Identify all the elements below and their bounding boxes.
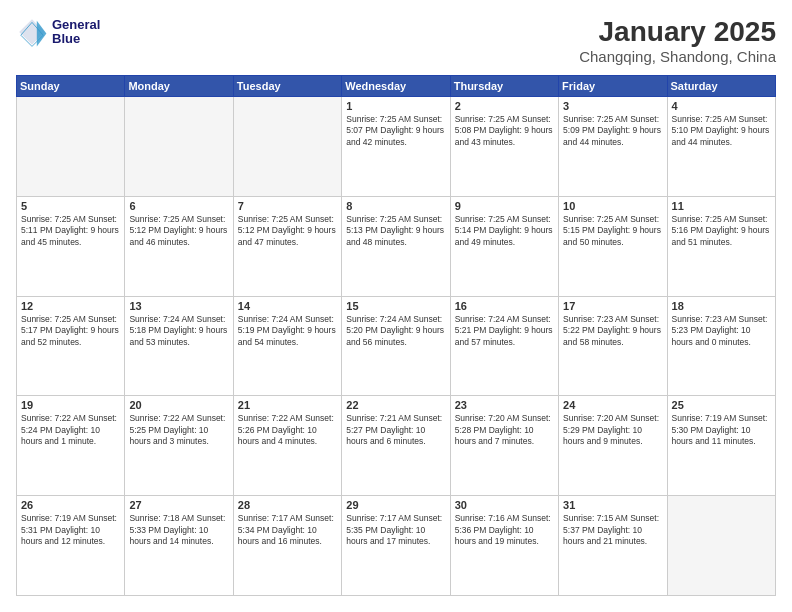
day-number: 26 <box>21 499 120 511</box>
day-number: 18 <box>672 300 771 312</box>
cell-text: Sunrise: 7:25 AM Sunset: 5:17 PM Dayligh… <box>21 314 120 348</box>
calendar: SundayMondayTuesdayWednesdayThursdayFrid… <box>16 75 776 596</box>
calendar-cell <box>233 97 341 197</box>
day-number: 8 <box>346 200 445 212</box>
day-header-friday: Friday <box>559 76 667 97</box>
day-number: 2 <box>455 100 554 112</box>
cell-text: Sunrise: 7:19 AM Sunset: 5:31 PM Dayligh… <box>21 513 120 547</box>
calendar-body: 1Sunrise: 7:25 AM Sunset: 5:07 PM Daylig… <box>17 97 776 596</box>
day-number: 25 <box>672 399 771 411</box>
day-number: 7 <box>238 200 337 212</box>
cell-text: Sunrise: 7:20 AM Sunset: 5:28 PM Dayligh… <box>455 413 554 447</box>
calendar-cell: 20Sunrise: 7:22 AM Sunset: 5:25 PM Dayli… <box>125 396 233 496</box>
day-number: 28 <box>238 499 337 511</box>
calendar-cell: 8Sunrise: 7:25 AM Sunset: 5:13 PM Daylig… <box>342 196 450 296</box>
cell-text: Sunrise: 7:25 AM Sunset: 5:13 PM Dayligh… <box>346 214 445 248</box>
cell-text: Sunrise: 7:23 AM Sunset: 5:23 PM Dayligh… <box>672 314 771 348</box>
header-row: SundayMondayTuesdayWednesdayThursdayFrid… <box>17 76 776 97</box>
day-number: 29 <box>346 499 445 511</box>
week-row-1: 1Sunrise: 7:25 AM Sunset: 5:07 PM Daylig… <box>17 97 776 197</box>
cell-text: Sunrise: 7:24 AM Sunset: 5:18 PM Dayligh… <box>129 314 228 348</box>
calendar-cell: 18Sunrise: 7:23 AM Sunset: 5:23 PM Dayli… <box>667 296 775 396</box>
day-number: 19 <box>21 399 120 411</box>
day-header-saturday: Saturday <box>667 76 775 97</box>
day-header-sunday: Sunday <box>17 76 125 97</box>
cell-text: Sunrise: 7:25 AM Sunset: 5:08 PM Dayligh… <box>455 114 554 148</box>
calendar-cell: 9Sunrise: 7:25 AM Sunset: 5:14 PM Daylig… <box>450 196 558 296</box>
cell-text: Sunrise: 7:25 AM Sunset: 5:15 PM Dayligh… <box>563 214 662 248</box>
day-number: 22 <box>346 399 445 411</box>
cell-text: Sunrise: 7:25 AM Sunset: 5:09 PM Dayligh… <box>563 114 662 148</box>
day-number: 11 <box>672 200 771 212</box>
calendar-cell: 30Sunrise: 7:16 AM Sunset: 5:36 PM Dayli… <box>450 496 558 596</box>
day-number: 30 <box>455 499 554 511</box>
cell-text: Sunrise: 7:23 AM Sunset: 5:22 PM Dayligh… <box>563 314 662 348</box>
calendar-cell: 29Sunrise: 7:17 AM Sunset: 5:35 PM Dayli… <box>342 496 450 596</box>
calendar-cell: 26Sunrise: 7:19 AM Sunset: 5:31 PM Dayli… <box>17 496 125 596</box>
cell-text: Sunrise: 7:17 AM Sunset: 5:35 PM Dayligh… <box>346 513 445 547</box>
calendar-cell <box>667 496 775 596</box>
day-number: 5 <box>21 200 120 212</box>
cell-text: Sunrise: 7:24 AM Sunset: 5:20 PM Dayligh… <box>346 314 445 348</box>
day-number: 9 <box>455 200 554 212</box>
day-number: 4 <box>672 100 771 112</box>
day-number: 20 <box>129 399 228 411</box>
day-number: 14 <box>238 300 337 312</box>
title-block: January 2025 Changqing, Shandong, China <box>579 16 776 65</box>
cell-text: Sunrise: 7:25 AM Sunset: 5:11 PM Dayligh… <box>21 214 120 248</box>
cell-text: Sunrise: 7:18 AM Sunset: 5:33 PM Dayligh… <box>129 513 228 547</box>
day-number: 16 <box>455 300 554 312</box>
month-title: January 2025 <box>579 16 776 48</box>
day-number: 6 <box>129 200 228 212</box>
day-number: 10 <box>563 200 662 212</box>
calendar-cell: 25Sunrise: 7:19 AM Sunset: 5:30 PM Dayli… <box>667 396 775 496</box>
calendar-cell: 19Sunrise: 7:22 AM Sunset: 5:24 PM Dayli… <box>17 396 125 496</box>
day-header-monday: Monday <box>125 76 233 97</box>
cell-text: Sunrise: 7:16 AM Sunset: 5:36 PM Dayligh… <box>455 513 554 547</box>
logo-line2: Blue <box>52 32 100 46</box>
week-row-3: 12Sunrise: 7:25 AM Sunset: 5:17 PM Dayli… <box>17 296 776 396</box>
calendar-cell: 4Sunrise: 7:25 AM Sunset: 5:10 PM Daylig… <box>667 97 775 197</box>
cell-text: Sunrise: 7:24 AM Sunset: 5:21 PM Dayligh… <box>455 314 554 348</box>
cell-text: Sunrise: 7:25 AM Sunset: 5:07 PM Dayligh… <box>346 114 445 148</box>
calendar-cell: 3Sunrise: 7:25 AM Sunset: 5:09 PM Daylig… <box>559 97 667 197</box>
page: General Blue January 2025 Changqing, Sha… <box>0 0 792 612</box>
day-header-wednesday: Wednesday <box>342 76 450 97</box>
day-number: 21 <box>238 399 337 411</box>
calendar-cell: 11Sunrise: 7:25 AM Sunset: 5:16 PM Dayli… <box>667 196 775 296</box>
day-number: 13 <box>129 300 228 312</box>
logo-line1: General <box>52 18 100 32</box>
calendar-header: SundayMondayTuesdayWednesdayThursdayFrid… <box>17 76 776 97</box>
day-number: 1 <box>346 100 445 112</box>
cell-text: Sunrise: 7:21 AM Sunset: 5:27 PM Dayligh… <box>346 413 445 447</box>
cell-text: Sunrise: 7:25 AM Sunset: 5:12 PM Dayligh… <box>129 214 228 248</box>
calendar-cell: 6Sunrise: 7:25 AM Sunset: 5:12 PM Daylig… <box>125 196 233 296</box>
calendar-cell: 22Sunrise: 7:21 AM Sunset: 5:27 PM Dayli… <box>342 396 450 496</box>
calendar-cell <box>17 97 125 197</box>
day-number: 15 <box>346 300 445 312</box>
day-number: 3 <box>563 100 662 112</box>
calendar-cell: 1Sunrise: 7:25 AM Sunset: 5:07 PM Daylig… <box>342 97 450 197</box>
week-row-4: 19Sunrise: 7:22 AM Sunset: 5:24 PM Dayli… <box>17 396 776 496</box>
day-number: 27 <box>129 499 228 511</box>
calendar-cell: 17Sunrise: 7:23 AM Sunset: 5:22 PM Dayli… <box>559 296 667 396</box>
day-number: 31 <box>563 499 662 511</box>
calendar-cell: 27Sunrise: 7:18 AM Sunset: 5:33 PM Dayli… <box>125 496 233 596</box>
header: General Blue January 2025 Changqing, Sha… <box>16 16 776 65</box>
logo-icon <box>16 16 48 48</box>
calendar-cell: 16Sunrise: 7:24 AM Sunset: 5:21 PM Dayli… <box>450 296 558 396</box>
day-header-tuesday: Tuesday <box>233 76 341 97</box>
calendar-cell: 10Sunrise: 7:25 AM Sunset: 5:15 PM Dayli… <box>559 196 667 296</box>
cell-text: Sunrise: 7:22 AM Sunset: 5:25 PM Dayligh… <box>129 413 228 447</box>
cell-text: Sunrise: 7:25 AM Sunset: 5:12 PM Dayligh… <box>238 214 337 248</box>
calendar-cell: 14Sunrise: 7:24 AM Sunset: 5:19 PM Dayli… <box>233 296 341 396</box>
cell-text: Sunrise: 7:22 AM Sunset: 5:24 PM Dayligh… <box>21 413 120 447</box>
week-row-5: 26Sunrise: 7:19 AM Sunset: 5:31 PM Dayli… <box>17 496 776 596</box>
day-number: 24 <box>563 399 662 411</box>
calendar-cell: 13Sunrise: 7:24 AM Sunset: 5:18 PM Dayli… <box>125 296 233 396</box>
calendar-cell: 24Sunrise: 7:20 AM Sunset: 5:29 PM Dayli… <box>559 396 667 496</box>
week-row-2: 5Sunrise: 7:25 AM Sunset: 5:11 PM Daylig… <box>17 196 776 296</box>
logo-text: General Blue <box>52 18 100 47</box>
day-number: 17 <box>563 300 662 312</box>
calendar-cell: 21Sunrise: 7:22 AM Sunset: 5:26 PM Dayli… <box>233 396 341 496</box>
